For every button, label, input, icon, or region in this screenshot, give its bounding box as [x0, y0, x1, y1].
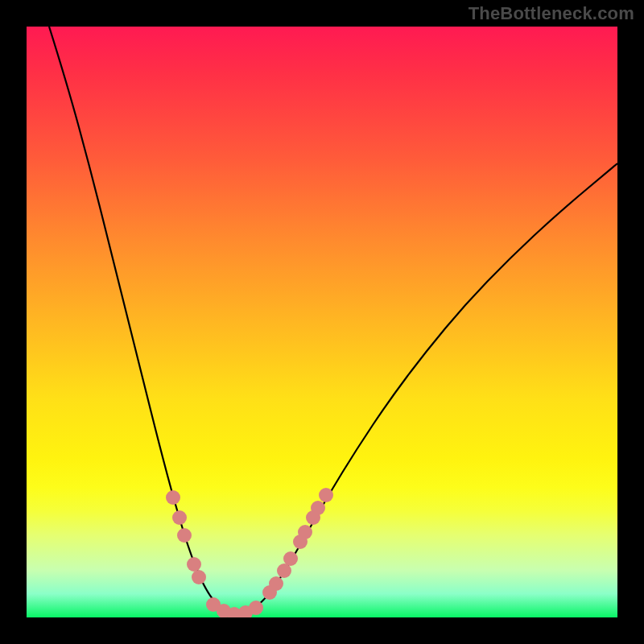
data-marker — [172, 510, 187, 525]
watermark-text: TheBottleneck.com — [469, 3, 634, 24]
plot-area — [27, 27, 617, 617]
data-marker — [249, 601, 263, 615]
data-marker — [166, 490, 180, 505]
data-marker — [192, 570, 206, 584]
data-marker — [298, 525, 312, 539]
data-marker — [177, 528, 192, 543]
chart-frame: TheBottleneck.com — [0, 0, 644, 644]
bottleneck-curve — [27, 27, 617, 617]
data-marker — [269, 576, 283, 591]
data-marker — [283, 551, 298, 566]
curve-line — [49, 27, 617, 613]
data-marker — [311, 501, 325, 515]
data-marker — [187, 557, 201, 572]
data-marker — [319, 488, 333, 502]
